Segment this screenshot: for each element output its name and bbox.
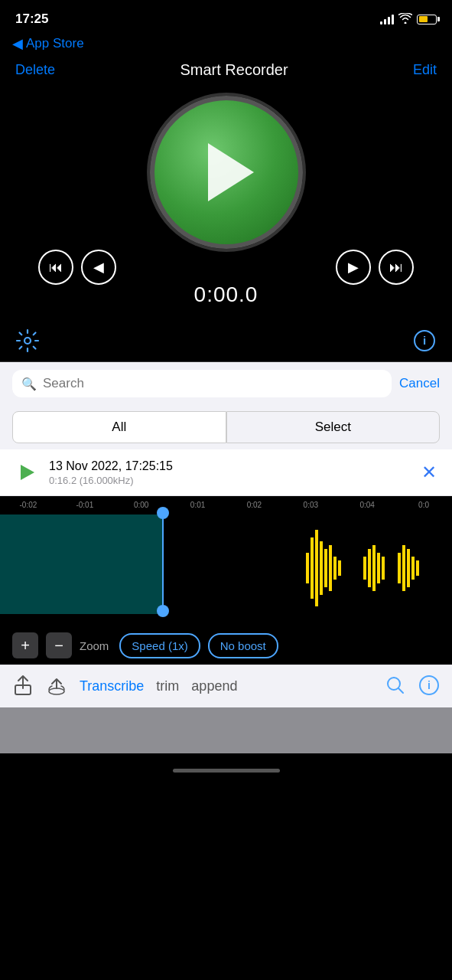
svg-rect-18 — [407, 549, 410, 587]
rewind-button[interactable]: ⏮ — [38, 250, 73, 285]
back-nav[interactable]: ◀ App Store — [0, 34, 452, 58]
speed-button[interactable]: Speed (1x) — [119, 633, 200, 658]
upload-icon — [46, 675, 67, 698]
svg-text:i: i — [423, 334, 426, 347]
tick-4: 0:02 — [226, 501, 283, 509]
info-button[interactable]: i — [412, 328, 437, 355]
recording-title: 13 Nov 2022, 17:25:15 — [49, 459, 409, 473]
svg-rect-8 — [329, 545, 332, 591]
edit-button[interactable]: Edit — [413, 62, 437, 78]
back-arrow-icon: ◀ — [12, 35, 23, 52]
home-bar — [173, 769, 280, 773]
svg-rect-6 — [320, 541, 323, 595]
svg-rect-7 — [324, 549, 327, 587]
recording-delete-button[interactable]: ✕ — [418, 462, 440, 483]
svg-rect-16 — [398, 553, 401, 583]
svg-rect-14 — [377, 553, 380, 583]
playhead-top-handle[interactable] — [157, 507, 169, 519]
upload-button[interactable] — [46, 675, 67, 698]
settings-row: i — [0, 322, 452, 361]
svg-rect-17 — [402, 545, 405, 591]
bottom-toolbar: Transcribe trim append i — [0, 665, 452, 707]
svg-text:i: i — [428, 679, 431, 691]
fast-forward-icon: ⏭ — [389, 260, 403, 276]
search-box[interactable]: 🔍 — [12, 370, 392, 397]
share-icon — [12, 675, 34, 698]
toolbar-info-icon: i — [418, 675, 440, 698]
svg-rect-12 — [368, 549, 371, 587]
delete-button[interactable]: Delete — [15, 62, 55, 78]
append-button[interactable]: append — [191, 678, 237, 694]
gear-icon — [15, 328, 40, 355]
playhead-bottom-handle[interactable] — [157, 605, 169, 617]
black-bottom — [0, 753, 452, 906]
waveform-container[interactable]: -0:02 -0:01 0:00 0:01 0:02 0:03 0:04 0:0 — [0, 496, 452, 626]
recording-play-button[interactable] — [12, 459, 40, 486]
svg-rect-20 — [416, 560, 419, 576]
info-icon: i — [412, 328, 437, 355]
settings-button[interactable] — [15, 328, 40, 355]
player-area: ⏮ ◀ ▶ ⏭ 0:00.0 — [0, 88, 452, 322]
header: Delete Smart Recorder Edit — [0, 58, 452, 88]
svg-point-0 — [24, 338, 31, 344]
status-icons — [380, 13, 437, 26]
step-forward-button[interactable]: ▶ — [336, 250, 371, 285]
share-button[interactable] — [12, 675, 34, 698]
svg-rect-19 — [411, 557, 415, 580]
tick-5: 0:03 — [282, 501, 339, 509]
search-container: 🔍 Cancel — [0, 362, 452, 405]
toolbar-search-icon — [385, 675, 406, 698]
battery-icon — [417, 15, 437, 24]
zoom-label: Zoom — [80, 639, 109, 652]
svg-rect-15 — [382, 557, 385, 580]
transcribe-button[interactable]: Transcribe — [80, 678, 144, 694]
tick-3: 0:01 — [170, 501, 226, 509]
tick-6: 0:04 — [339, 501, 395, 509]
cancel-button[interactable]: Cancel — [399, 376, 440, 391]
waveform-timeline: -0:02 -0:01 0:00 0:01 0:02 0:03 0:04 0:0 — [0, 501, 452, 509]
status-time: 17:25 — [15, 11, 48, 27]
toolbar-search-button[interactable] — [385, 675, 406, 698]
left-controls: ⏮ ◀ — [38, 250, 116, 285]
search-icon: 🔍 — [21, 377, 37, 391]
svg-rect-3 — [306, 553, 309, 583]
svg-rect-10 — [338, 560, 341, 576]
play-icon — [208, 143, 254, 201]
select-tab[interactable]: Select — [226, 411, 441, 443]
svg-rect-13 — [372, 545, 376, 591]
rewind-icon: ⏮ — [49, 260, 63, 276]
playhead-line — [162, 514, 164, 614]
recording-meta: 0:16.2 (16.000kHz) — [49, 475, 409, 486]
play-button[interactable] — [150, 96, 303, 249]
right-controls: ▶ ⏭ — [336, 250, 414, 285]
signal-icon — [380, 14, 394, 24]
recording-info: 13 Nov 2022, 17:25:15 0:16.2 (16.000kHz) — [49, 459, 409, 486]
all-tab[interactable]: All — [12, 411, 226, 443]
svg-rect-11 — [363, 557, 366, 580]
svg-rect-5 — [315, 530, 318, 606]
back-label[interactable]: App Store — [26, 36, 84, 51]
app-title: Smart Recorder — [180, 61, 288, 79]
zoom-in-button[interactable]: + — [12, 632, 38, 658]
boost-button[interactable]: No boost — [208, 633, 278, 658]
waveform-svg — [0, 514, 452, 622]
recording-list-item: 13 Nov 2022, 17:25:15 0:16.2 (16.000kHz)… — [0, 449, 452, 496]
toolbar-info-button[interactable]: i — [418, 675, 440, 698]
segment-control: All Select — [0, 405, 452, 449]
tick-0: -0:02 — [0, 501, 57, 509]
svg-rect-4 — [311, 537, 314, 599]
zoom-controls: + − Zoom Speed (1x) No boost — [0, 626, 452, 665]
timer-display: 0:00.0 — [194, 283, 259, 307]
tick-7: 0:0 — [395, 501, 452, 509]
step-back-icon: ◀ — [93, 259, 104, 276]
gray-section — [0, 707, 452, 753]
fast-forward-button[interactable]: ⏭ — [379, 250, 414, 285]
step-back-button[interactable]: ◀ — [81, 250, 116, 285]
wifi-icon — [398, 13, 412, 26]
recording-play-icon — [21, 465, 34, 480]
svg-rect-9 — [333, 557, 337, 580]
step-forward-icon: ▶ — [348, 259, 359, 276]
search-input[interactable] — [43, 376, 382, 391]
trim-button[interactable]: trim — [156, 678, 179, 694]
zoom-out-button[interactable]: − — [46, 632, 72, 658]
